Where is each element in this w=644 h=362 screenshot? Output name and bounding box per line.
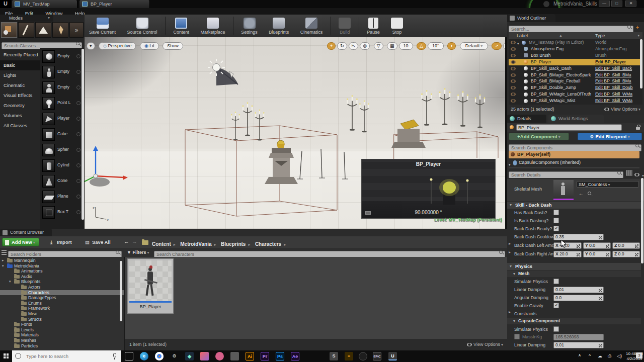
volume-icon[interactable]: ◁) [617, 353, 622, 358]
visibility-eye-icon[interactable] [511, 93, 516, 96]
outliner-row[interactable]: BP_Skill_Back_DashEdit BP_Skill_Back [509, 65, 641, 72]
drag-icon[interactable] [635, 253, 638, 256]
translate-tool-icon[interactable]: + [327, 42, 336, 50]
illustrator-icon[interactable]: Ai [246, 352, 254, 360]
drag-icon[interactable] [606, 253, 609, 256]
pip-preview-window[interactable]: BP_Player 90.000000 ° [361, 159, 496, 219]
outliner-row[interactable]: Atmospheric FogAtmosphericFog [509, 46, 641, 52]
pink-app-icon[interactable] [215, 352, 224, 360]
world-outliner-tab[interactable]: World Outliner [507, 14, 555, 22]
tree-item-mannequin[interactable]: ▸Mannequin [0, 258, 125, 263]
column-view-icon[interactable] [626, 170, 632, 176]
rotate-tool-icon[interactable]: ↻ [337, 42, 347, 50]
outliner-scrollbar[interactable] [640, 39, 642, 88]
column-type[interactable]: Type [595, 32, 605, 39]
tree-item-materials[interactable]: Materials [0, 332, 125, 338]
grid-snap-icon[interactable]: ▦ [387, 42, 397, 50]
visibility-eye-icon[interactable] [511, 79, 516, 83]
camera-preset-dropdown[interactable]: Default [460, 42, 488, 50]
tree-item-framework[interactable]: Framework [0, 306, 125, 311]
drag-icon[interactable] [599, 289, 602, 292]
people-tray-icon[interactable]: ᴬ [579, 353, 581, 358]
tree-item-misc[interactable]: Misc [0, 311, 125, 317]
item-plane[interactable]: Plane [40, 189, 85, 205]
linear-damping-field[interactable]: 0.01 [553, 342, 604, 348]
taskbar-search-input[interactable] [12, 350, 121, 362]
grab-handle-icon[interactable] [76, 148, 80, 152]
drag-icon[interactable] [606, 244, 609, 248]
outliner-row[interactable]: BP_Skill_BMagic_FireballEdit BP_Skill_BM… [509, 78, 641, 84]
filter-icon[interactable]: ▾ [637, 32, 639, 39]
grab-handle-icon[interactable] [76, 132, 80, 136]
tree-item-structs[interactable]: Structs [0, 317, 125, 322]
microphone-icon[interactable] [113, 353, 116, 357]
tree-item-enums[interactable]: Enums [0, 301, 125, 306]
cinematics-button[interactable]: Cinematics [296, 18, 328, 40]
column-label[interactable]: Label [509, 33, 528, 38]
outliner-row[interactable]: ▾MV_TestMap (Play In Editor)World [509, 39, 641, 46]
tree-item-characters-selected[interactable]: Characters [0, 290, 125, 296]
tree-item-blueprints[interactable]: ▾Blueprints [0, 279, 125, 285]
crumb-metroidvania[interactable]: MetroidVania [180, 241, 211, 247]
component-capsule-row[interactable]: ▾ CapsuleComponent (Inherited) [509, 159, 639, 166]
category-basic[interactable]: Basic [0, 60, 40, 70]
sources-toggle-icon[interactable] [2, 250, 7, 255]
tab-mv-testmap[interactable]: MV_TestMap [12, 0, 77, 8]
visibility-eye-icon[interactable] [511, 54, 516, 57]
search-components-box[interactable] [509, 142, 641, 151]
landscape-mode-tool[interactable] [35, 22, 51, 38]
sort-icon[interactable]: ▲ [559, 32, 562, 39]
skeletal-mesh-combo[interactable]: SM_Countess [577, 181, 639, 188]
build-button[interactable]: Build [334, 18, 355, 40]
category-lights[interactable]: Lights [0, 70, 40, 80]
subsection-mesh[interactable]: Mesh [507, 270, 641, 277]
obs-icon[interactable] [359, 352, 367, 360]
item-empty-pawn[interactable]: Empty [40, 80, 85, 96]
task-view-icon[interactable] [125, 352, 133, 360]
content-button[interactable]: Content [169, 15, 194, 37]
expand-icon[interactable]: ▾ [2, 263, 4, 269]
item-box-trigger[interactable]: Box T [40, 205, 85, 220]
is-back-dashing-checkbox[interactable] [553, 218, 559, 223]
outliner-view-options[interactable]: View Options [604, 106, 640, 113]
item-cube[interactable]: Cube [40, 127, 85, 142]
visibility-eye-icon[interactable] [511, 73, 516, 77]
section-skill-back-dash[interactable]: Skill - Back Dash [507, 202, 641, 209]
modes-dropdown-icon[interactable]: ▾ [48, 16, 50, 20]
item-empty-character[interactable]: Empty [40, 64, 85, 80]
aftereffects-icon[interactable]: Ae [291, 352, 299, 360]
category-geometry[interactable]: Geometry [0, 101, 40, 111]
cooldown-field[interactable]: 0.35 [553, 234, 604, 240]
burger-app-icon[interactable]: ≡ [345, 352, 353, 360]
section-physics[interactable]: Physics [507, 263, 641, 270]
drag-icon[interactable] [599, 297, 602, 300]
visibility-eye-icon[interactable] [511, 41, 516, 44]
close-button[interactable]: ✕ [625, 1, 636, 7]
edit-blueprint-link[interactable]: Edit BP_Player [595, 59, 626, 65]
add-component-button[interactable]: +Add Component [509, 133, 569, 140]
edit-blueprint-link[interactable]: Edit BP_Skill_Doub [595, 84, 633, 91]
paint-mode-tool[interactable] [18, 22, 34, 38]
vs-app-icon[interactable]: S [330, 352, 338, 360]
grab-handle-icon[interactable] [76, 179, 80, 183]
network-icon[interactable]: ⎙ [608, 353, 611, 359]
tree-scrollbar[interactable] [120, 261, 122, 321]
search-components-input[interactable] [509, 144, 641, 151]
tree-item-meshes[interactable]: Meshes [0, 338, 125, 343]
visibility-eye-icon[interactable] [511, 99, 516, 103]
mesh-thumbnail[interactable] [553, 180, 574, 200]
category-volumes[interactable]: Volumes [0, 111, 40, 121]
place-mode-tool[interactable] [1, 22, 17, 38]
settings-gear-icon[interactable]: ⚙ [170, 352, 179, 360]
outliner-add-icon[interactable]: + [636, 25, 639, 30]
marketplace-button[interactable]: Marketplace [196, 15, 229, 37]
crumb-content[interactable]: Content [152, 241, 171, 247]
gray-app-icon[interactable] [230, 352, 239, 360]
camera-speed-icon[interactable]: ↗ [492, 42, 502, 50]
drag-icon[interactable] [635, 244, 638, 248]
grab-handle-icon[interactable] [76, 70, 80, 74]
tree-item-particles[interactable]: Particles [0, 343, 125, 349]
outliner-search-box[interactable] [509, 24, 633, 33]
drag-icon[interactable] [599, 236, 602, 239]
premiere-icon[interactable]: Pr [261, 352, 269, 360]
